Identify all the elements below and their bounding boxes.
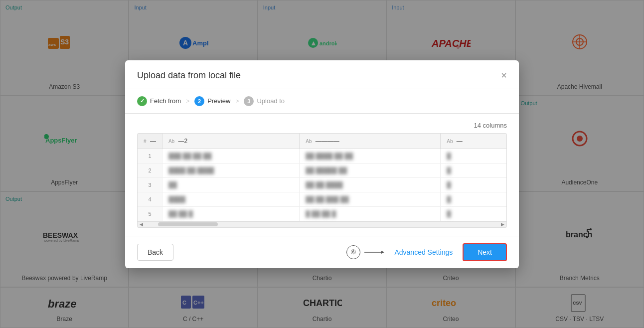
row-3-col3: █: [441, 177, 506, 192]
modal-title: Upload data from local file: [137, 70, 241, 81]
table-row: 2 ████ ██ ████ ██ █████ ██ █: [138, 163, 506, 177]
row-3-col2: ██ ██ ████: [300, 177, 441, 192]
step-arrow-1: >: [186, 98, 189, 105]
svg-marker-40: [381, 251, 384, 254]
table-row: 1 ███ ██ ██ ██ ██ ████ ██ ██ █: [138, 149, 506, 163]
row-2-col3: █: [441, 163, 506, 177]
annotation-bubble: ⑥: [346, 245, 360, 259]
row-num-1: 1: [138, 149, 162, 163]
step-3-label: Upload to: [257, 97, 285, 105]
modal-header: Upload data from local file ×: [125, 60, 519, 89]
table-container: # — Ab —2 Ab ———— Ab — 1 ███ ██ ██ ██ ██…: [138, 134, 506, 221]
preview-table: # — Ab —2 Ab ———— Ab — 1 ███ ██ ██ ██ ██…: [138, 134, 506, 221]
row-num-3: 3: [138, 177, 162, 192]
row-1-col1: ███ ██ ██ ██: [162, 149, 299, 163]
horizontal-scrollbar[interactable]: ◀ ▶: [138, 221, 506, 227]
table-row: 4 ████ ██ ██ ███ ██ █: [138, 192, 506, 206]
footer-right-actions: ⑥ Advanced Settings Next: [346, 243, 507, 261]
row-5-col3: █: [441, 206, 506, 221]
row-2-col1: ████ ██ ████: [162, 163, 299, 177]
row-3-col1: ██: [162, 177, 299, 192]
col-header-1: Ab —2: [162, 134, 299, 149]
step-2-label: Preview: [207, 97, 230, 105]
col-header-index: # —: [138, 134, 162, 149]
row-5-col2: █ ██ ██ █: [300, 206, 441, 221]
modal-footer: Back ⑥ Advanced Settings Next: [125, 236, 519, 268]
step-preview: 2 Preview: [194, 96, 230, 106]
row-2-col2: ██ █████ ██: [300, 163, 441, 177]
advanced-settings-link[interactable]: Advanced Settings: [394, 248, 453, 256]
row-1-col2: ██ ████ ██ ██: [300, 149, 441, 163]
table-row: 5 ██ ██ █ █ ██ ██ █ █: [138, 206, 506, 221]
data-table-wrapper: # — Ab —2 Ab ———— Ab — 1 ███ ██ ██ ██ ██…: [137, 133, 507, 228]
scroll-left-icon[interactable]: ◀: [140, 222, 143, 227]
row-4-col1: ████: [162, 192, 299, 206]
step-3-icon: 3: [244, 96, 254, 106]
col-header-2: Ab ————: [300, 134, 441, 149]
step-1-icon: ✓: [137, 96, 147, 106]
table-body: 1 ███ ██ ██ ██ ██ ████ ██ ██ █ 2 ████ ██…: [138, 149, 506, 221]
table-header: # — Ab —2 Ab ———— Ab —: [138, 134, 506, 149]
row-4-col2: ██ ██ ███ ██: [300, 192, 441, 206]
row-num-5: 5: [138, 206, 162, 221]
modal-content-area: 14 columns # — Ab —2 Ab ———— Ab —: [125, 114, 519, 236]
step-fetch-from: ✓ Fetch from: [137, 96, 181, 106]
step-upload-to: 3 Upload to: [244, 96, 285, 106]
modal-overlay: Upload data from local file × ✓ Fetch fr…: [0, 0, 644, 328]
row-num-2: 2: [138, 163, 162, 177]
step-1-label: Fetch from: [150, 97, 181, 105]
next-button[interactable]: Next: [463, 243, 507, 261]
row-1-col3: █: [441, 149, 506, 163]
step-2-icon: 2: [194, 96, 204, 106]
row-num-4: 4: [138, 192, 162, 206]
upload-modal: Upload data from local file × ✓ Fetch fr…: [125, 60, 519, 268]
columns-count-label: 14 columns: [137, 122, 507, 129]
close-button[interactable]: ×: [501, 70, 507, 80]
row-4-col3: █: [441, 192, 506, 206]
steps-indicator: ✓ Fetch from > 2 Preview > 3 Upload to: [125, 89, 519, 114]
col-header-3: Ab —: [441, 134, 506, 149]
scroll-right-icon[interactable]: ▶: [501, 222, 504, 227]
step-arrow-2: >: [235, 98, 239, 105]
scroll-thumb[interactable]: [158, 222, 218, 226]
back-button[interactable]: Back: [137, 244, 173, 261]
table-row: 3 ██ ██ ██ ████ █: [138, 177, 506, 192]
row-5-col1: ██ ██ █: [162, 206, 299, 221]
annotation-arrow: [364, 249, 384, 255]
